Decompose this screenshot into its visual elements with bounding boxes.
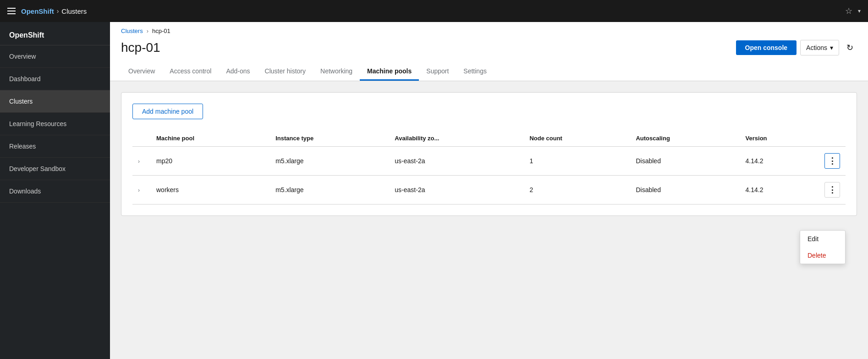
table-row: › workers m5.xlarge us-east-2a 2 Disable… (132, 176, 846, 204)
version-mp20: 4.14.2 (740, 147, 819, 176)
add-machine-pool-button[interactable]: Add machine pool (132, 104, 203, 119)
tab-support[interactable]: Support (419, 63, 456, 81)
row-actions-cell-mp20[interactable]: ⋮ (819, 147, 846, 176)
sidebar-item-sandbox[interactable]: Developer Sandbox (0, 158, 110, 180)
pool-name-mp20: mp20 (151, 147, 270, 176)
col-instance-type: Instance type (270, 130, 389, 147)
chevron-down-icon[interactable]: ▾ (858, 8, 861, 14)
tab-addons[interactable]: Add-ons (219, 63, 257, 81)
cluster-title: hcp-01 (121, 40, 160, 55)
tab-cluster-history[interactable]: Cluster history (258, 63, 313, 81)
tab-machine-pools[interactable]: Machine pools (360, 63, 419, 81)
row-actions-button-mp20[interactable]: ⋮ (824, 153, 840, 169)
refresh-icon: ↻ (846, 43, 853, 52)
col-machine-pool: Machine pool (151, 130, 270, 147)
col-autoscaling: Autoscaling (630, 130, 740, 147)
breadcrumb-clusters-link[interactable]: Clusters (121, 28, 143, 34)
current-page-name: Clusters (61, 7, 87, 15)
context-menu-edit[interactable]: Edit (800, 231, 845, 247)
open-console-button[interactable]: Open console (736, 40, 797, 55)
openshift-link[interactable]: OpenShift (21, 7, 54, 15)
col-node-count: Node count (524, 130, 630, 147)
version-workers: 4.14.2 (740, 176, 819, 204)
expand-cell-workers[interactable]: › (132, 176, 151, 204)
actions-button[interactable]: Actions ▾ (800, 40, 839, 55)
availability-workers: us-east-2a (389, 176, 524, 204)
col-row-actions (819, 130, 846, 147)
expand-arrow-icon[interactable]: › (138, 158, 140, 165)
sidebar-item-clusters[interactable]: Clusters (0, 90, 110, 113)
breadcrumb: Clusters › hcp-01 (121, 28, 857, 34)
top-nav: OpenShift › Clusters ☆ ▾ (0, 0, 868, 22)
row-actions-button-workers[interactable]: ⋮ (824, 182, 840, 198)
tab-networking[interactable]: Networking (313, 63, 360, 81)
brand: OpenShift › Clusters (21, 7, 87, 15)
sidebar-item-overview[interactable]: Overview (0, 45, 110, 68)
main-content: Add machine pool Machine pool Instance t… (110, 81, 868, 359)
breadcrumb-separator: › (147, 28, 148, 34)
tab-access-control[interactable]: Access control (162, 63, 219, 81)
autoscaling-mp20: Disabled (630, 147, 740, 176)
instance-type-mp20: m5.xlarge (270, 147, 389, 176)
tab-settings[interactable]: Settings (456, 63, 494, 81)
actions-label: Actions (806, 44, 827, 51)
sidebar-title: OpenShift (0, 22, 110, 45)
sidebar-item-downloads[interactable]: Downloads (0, 180, 110, 203)
col-expand (132, 130, 151, 147)
sidebar: OpenShift Overview Dashboard Clusters Le… (0, 22, 110, 359)
context-menu: Edit Delete (800, 230, 846, 264)
breadcrumb-current: hcp-01 (152, 28, 170, 34)
header-row: hcp-01 Open console Actions ▾ ↻ (121, 40, 857, 55)
sidebar-item-dashboard[interactable]: Dashboard (0, 68, 110, 90)
expand-cell-mp20[interactable]: › (132, 147, 151, 176)
machine-pools-table-container: Machine pool Instance type Availability … (132, 130, 846, 204)
nodecount-mp20: 1 (524, 147, 630, 176)
context-menu-delete[interactable]: Delete (800, 247, 845, 264)
nodecount-workers: 2 (524, 176, 630, 204)
tab-overview[interactable]: Overview (121, 63, 162, 81)
refresh-button[interactable]: ↻ (843, 41, 857, 55)
pool-name-workers: workers (151, 176, 270, 204)
machine-pools-table: Machine pool Instance type Availability … (132, 130, 846, 204)
content-card: Add machine pool Machine pool Instance t… (121, 92, 857, 216)
header-actions: Open console Actions ▾ ↻ (736, 40, 857, 55)
nav-separator: › (57, 7, 59, 15)
sidebar-item-releases[interactable]: Releases (0, 135, 110, 158)
col-availability: Availability zo... (389, 130, 524, 147)
availability-mp20: us-east-2a (389, 147, 524, 176)
table-row: › mp20 m5.xlarge us-east-2a 1 Disabled 4… (132, 147, 846, 176)
expand-arrow-icon[interactable]: › (138, 187, 140, 193)
instance-type-workers: m5.xlarge (270, 176, 389, 204)
page-header: Clusters › hcp-01 hcp-01 Open console Ac… (110, 22, 868, 81)
col-version: Version (740, 130, 819, 147)
tabs: Overview Access control Add-ons Cluster … (121, 63, 857, 81)
row-actions-cell-workers[interactable]: ⋮ (819, 176, 846, 204)
sidebar-item-learning[interactable]: Learning Resources (0, 113, 110, 135)
hamburger-menu[interactable] (7, 8, 16, 14)
actions-chevron-icon: ▾ (830, 44, 833, 51)
content-area: Clusters › hcp-01 hcp-01 Open console Ac… (110, 22, 868, 359)
autoscaling-workers: Disabled (630, 176, 740, 204)
star-icon[interactable]: ☆ (845, 6, 852, 16)
